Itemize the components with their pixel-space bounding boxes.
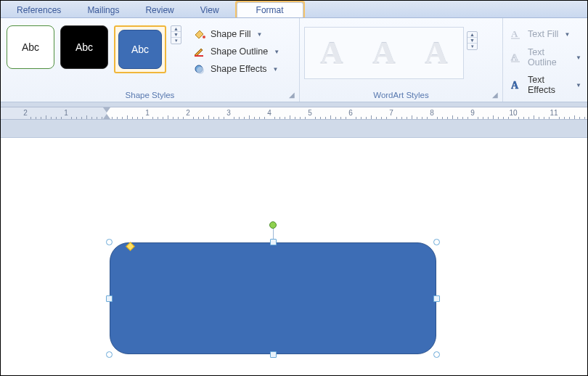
text-effects-label: Text Effects — [528, 75, 570, 95]
tab-view[interactable]: View — [187, 2, 232, 17]
resize-handle-sw[interactable] — [106, 351, 113, 358]
text-effects-icon: A — [510, 79, 523, 91]
group-shape-styles: Abc Abc Abc ▲ ▼ ▾ Shape Fill ▼ — [1, 18, 300, 102]
chevron-down-icon: ▼ — [257, 31, 263, 38]
shape-fill-label: Shape Fill — [211, 29, 251, 39]
ruler-number: 4 — [267, 109, 271, 117]
svg-rect-5 — [511, 38, 520, 39]
text-fill-icon: A — [510, 28, 523, 40]
bucket-icon — [193, 28, 206, 40]
horizontal-ruler[interactable]: 211234567891011 — [1, 107, 587, 120]
group-text: A Text Fill ▼ A Text Outline ▼ A Text Ef… — [503, 18, 587, 102]
text-effects-button[interactable]: A Text Effects ▼ — [509, 73, 583, 97]
ruler-number: 6 — [348, 109, 353, 117]
svg-rect-1 — [195, 55, 203, 57]
text-fill-label: Text Fill — [528, 29, 558, 39]
ruler-number: 1 — [64, 109, 68, 117]
ribbon-tabs: References Mailings Review View Format — [1, 1, 587, 18]
document-canvas[interactable] — [1, 138, 587, 376]
ruler-number: 10 — [509, 109, 517, 117]
resize-handle-w[interactable] — [106, 295, 113, 302]
chevron-down-icon: ▼ — [576, 82, 581, 89]
gallery-expand[interactable]: ▾ — [467, 44, 477, 49]
resize-handle-ne[interactable] — [433, 239, 440, 245]
shape-style-preset-selected[interactable]: Abc — [114, 25, 166, 73]
shape-effects-button[interactable]: Shape Effects ▼ — [192, 62, 281, 76]
shape-outline-button[interactable]: Shape Outline ▼ — [192, 44, 281, 59]
shape-style-gallery-spinner: ▲ ▼ ▾ — [171, 25, 181, 44]
svg-text:A: A — [511, 52, 518, 62]
ruler-number: 11 — [550, 109, 558, 117]
svg-point-3 — [197, 67, 204, 74]
shape-style-preset-2[interactable]: Abc — [60, 25, 108, 69]
text-outline-icon: A — [510, 52, 523, 63]
pencil-icon — [193, 46, 206, 57]
svg-text:A: A — [511, 28, 518, 39]
ruler-number: 2 — [186, 109, 190, 117]
wordart-preset-3[interactable]: A — [414, 32, 459, 74]
ruler-number: 1 — [145, 109, 150, 117]
ruler-number: 5 — [308, 109, 312, 117]
gallery-scroll-up[interactable]: ▲ — [171, 26, 181, 32]
group-label-shape-styles: Shape Styles — [5, 89, 295, 102]
ruler-number: 3 — [226, 109, 231, 117]
resize-handle-n[interactable] — [270, 239, 277, 245]
selected-shape-rounded-rectangle[interactable] — [110, 242, 436, 354]
chevron-down-icon: ▼ — [576, 54, 581, 61]
effects-icon — [193, 63, 206, 75]
hanging-indent-marker[interactable] — [103, 114, 110, 119]
gallery-scroll-up[interactable]: ▲ — [467, 32, 477, 38]
wordart-preset-2[interactable]: A — [362, 32, 407, 74]
text-outline-button[interactable]: A Text Outline ▼ — [509, 46, 583, 69]
text-outline-label: Text Outline — [528, 47, 570, 68]
shape-style-preset-3: Abc — [118, 30, 162, 69]
tab-review[interactable]: Review — [132, 2, 187, 17]
gallery-expand[interactable]: ▾ — [171, 38, 181, 44]
group-label-wordart-styles: WordArt Styles — [304, 89, 498, 102]
svg-point-0 — [203, 36, 205, 38]
chevron-down-icon: ▼ — [274, 49, 279, 55]
ruler-number: 2 — [23, 109, 28, 117]
shape-style-preset-1[interactable]: Abc — [7, 25, 54, 69]
rotation-handle[interactable] — [269, 221, 277, 229]
ruler-area: 211234567891011 — [1, 102, 587, 138]
wordart-style-gallery[interactable]: A A A — [304, 27, 464, 79]
chevron-down-icon: ▼ — [564, 31, 570, 38]
wordart-gallery-spinner: ▲ ▼ ▾ — [467, 31, 478, 50]
ruler-number: 8 — [430, 109, 434, 117]
ribbon: Abc Abc Abc ▲ ▼ ▾ Shape Fill ▼ — [1, 18, 587, 102]
shape-effects-label: Shape Effects — [211, 64, 267, 74]
tab-references[interactable]: References — [4, 2, 74, 17]
tab-mailings[interactable]: Mailings — [74, 2, 132, 17]
wordart-preset-1[interactable]: A — [309, 32, 354, 74]
ruler-number: 9 — [470, 109, 475, 117]
resize-handle-e[interactable] — [433, 295, 440, 302]
resize-handle-nw[interactable] — [106, 239, 113, 245]
resize-handle-s[interactable] — [270, 351, 277, 358]
svg-rect-7 — [511, 61, 520, 62]
chevron-down-icon: ▼ — [273, 66, 279, 73]
shape-styles-dialog-launcher[interactable]: ◢ — [287, 90, 296, 99]
gallery-scroll-down[interactable]: ▼ — [467, 38, 477, 44]
group-wordart-styles: A A A ▲ ▼ ▾ WordArt Styles ◢ — [300, 18, 503, 102]
shape-style-gallery[interactable]: Abc Abc Abc — [5, 21, 168, 73]
ruler-number: 7 — [389, 109, 393, 117]
text-fill-button[interactable]: A Text Fill ▼ — [509, 27, 583, 41]
first-line-indent-marker[interactable] — [103, 107, 110, 113]
gallery-scroll-down[interactable]: ▼ — [171, 32, 181, 38]
resize-handle-se[interactable] — [433, 351, 440, 358]
tab-format[interactable]: Format — [237, 2, 303, 17]
shape-outline-label: Shape Outline — [211, 46, 268, 57]
svg-text:A: A — [511, 80, 519, 91]
wordart-dialog-launcher[interactable]: ◢ — [490, 90, 499, 99]
shape-fill-button[interactable]: Shape Fill ▼ — [192, 27, 281, 41]
contextual-tab-drawing-tools: Format — [235, 1, 305, 17]
